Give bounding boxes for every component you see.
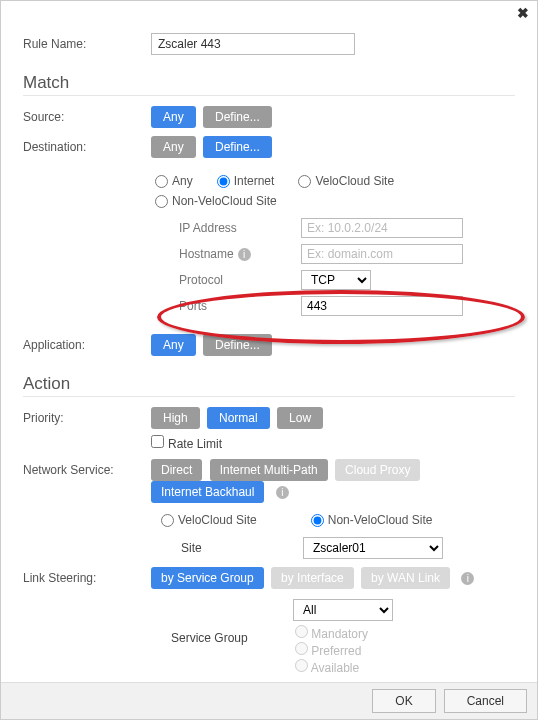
dest-scope-nonvelo[interactable]: Non-VeloCloud Site [155, 194, 277, 208]
dest-scope-internet[interactable]: Internet [217, 174, 275, 188]
protocol-label: Protocol [179, 273, 289, 287]
ns-site-select[interactable]: Zscaler01 [303, 537, 443, 559]
dest-scope-any[interactable]: Any [155, 174, 193, 188]
application-any-button[interactable]: Any [151, 334, 196, 356]
destination-define-button[interactable]: Define... [203, 136, 272, 158]
priority-label: Priority: [23, 407, 151, 425]
application-label: Application: [23, 334, 151, 352]
priority-normal-button[interactable]: Normal [207, 407, 270, 429]
ns-imp-button[interactable]: Internet Multi-Path [210, 459, 328, 481]
network-service-label: Network Service: [23, 459, 151, 477]
ls-wan-button[interactable]: by WAN Link [361, 567, 450, 589]
ns-cloud-button[interactable]: Cloud Proxy [335, 459, 420, 481]
action-section-title: Action [23, 374, 515, 397]
ls-opt-available: Available [295, 659, 453, 675]
ls-svcgrp-button[interactable]: by Service Group [151, 567, 264, 589]
ns-scope-nonvelo[interactable]: Non-VeloCloud Site [311, 513, 433, 527]
source-label: Source: [23, 106, 151, 124]
info-icon[interactable]: i [461, 572, 474, 585]
rule-dialog: ✖ Rule Name: Match Source: Any Define...… [0, 0, 538, 720]
destination-any-button[interactable]: Any [151, 136, 196, 158]
rule-name-label: Rule Name: [23, 33, 151, 51]
ns-direct-button[interactable]: Direct [151, 459, 202, 481]
info-icon[interactable]: i [238, 248, 251, 261]
ns-scope-velo[interactable]: VeloCloud Site [161, 513, 257, 527]
protocol-select[interactable]: TCP [301, 270, 371, 290]
ns-scope-radios: VeloCloud Site Non-VeloCloud Site [161, 513, 515, 527]
ns-site-label: Site [181, 541, 291, 555]
ls-servicegroup-select[interactable]: All [293, 599, 393, 621]
ports-input[interactable] [301, 296, 463, 316]
source-define-button[interactable]: Define... [203, 106, 272, 128]
match-section-title: Match [23, 73, 515, 96]
hostname-label: Hostnamei [179, 247, 289, 261]
close-icon[interactable]: ✖ [517, 5, 529, 21]
priority-low-button[interactable]: Low [277, 407, 323, 429]
link-steering-label: Link Steering: [23, 567, 151, 585]
rule-name-input[interactable] [151, 33, 355, 55]
rate-limit-checkbox[interactable]: Rate Limit [151, 437, 222, 451]
priority-high-button[interactable]: High [151, 407, 200, 429]
dialog-footer: OK Cancel [1, 682, 537, 719]
ls-iface-button[interactable]: by Interface [271, 567, 354, 589]
destination-label: Destination: [23, 136, 151, 154]
ls-opt-mandatory: Mandatory [295, 625, 453, 641]
cancel-button[interactable]: Cancel [444, 689, 527, 713]
ns-backhaul-button[interactable]: Internet Backhaul [151, 481, 264, 503]
info-icon[interactable]: i [276, 486, 289, 499]
destination-define-panel: Any Internet VeloCloud Site Non-VeloClou… [151, 164, 515, 326]
ip-address-input[interactable] [301, 218, 463, 238]
ip-address-label: IP Address [179, 221, 289, 235]
application-define-button[interactable]: Define... [203, 334, 272, 356]
ls-servicegroup-label: Service Group [171, 631, 281, 645]
ls-opt-preferred: Preferred [295, 642, 453, 658]
ok-button[interactable]: OK [372, 689, 435, 713]
dest-scope-velo[interactable]: VeloCloud Site [298, 174, 394, 188]
destination-scope-radios: Any Internet VeloCloud Site Non-VeloClou… [155, 174, 505, 208]
ports-label: Ports [179, 299, 289, 313]
source-any-button[interactable]: Any [151, 106, 196, 128]
hostname-input[interactable] [301, 244, 463, 264]
